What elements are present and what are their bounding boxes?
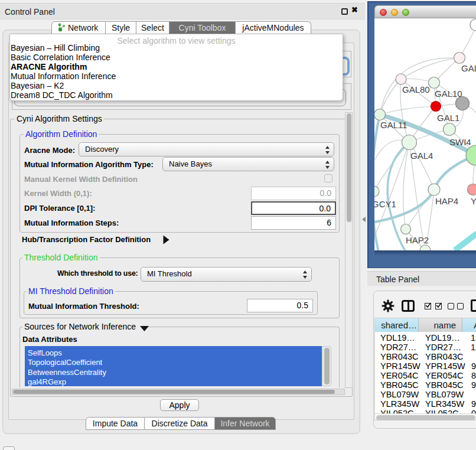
svg-text:SWI4: SWI4 [449, 137, 471, 147]
svg-text:GCY1: GCY1 [374, 199, 396, 209]
svg-text:GAL80: GAL80 [402, 84, 430, 94]
svg-text:GAL10: GAL10 [435, 89, 462, 99]
svg-text:HAP2: HAP2 [406, 235, 429, 245]
svg-text:GAL7: GAL7 [461, 63, 476, 73]
svg-text:GAL11: GAL11 [380, 120, 407, 130]
svg-text:GAL1: GAL1 [437, 113, 459, 123]
svg-text:YE: YE [471, 196, 476, 206]
svg-text:GAL4: GAL4 [410, 151, 433, 161]
svg-text:HAP4: HAP4 [435, 196, 458, 206]
